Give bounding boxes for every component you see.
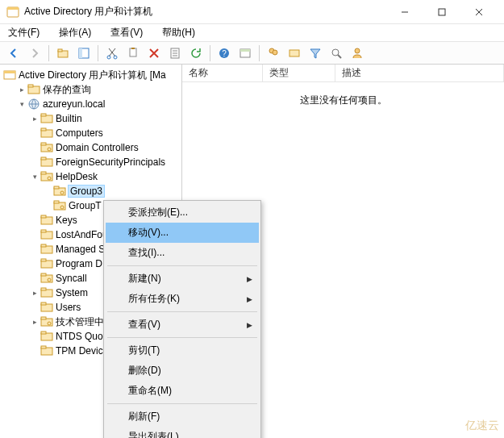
up-button[interactable] [54,44,72,62]
folder-icon [40,156,53,169]
tree-item[interactable]: ▾azureyun.local [2,97,180,111]
tree-root[interactable]: Active Directory 用户和计算机 [Ma [2,68,180,82]
tree-item[interactable]: ▸Builtin [2,111,180,126]
toolbar-separator [48,45,49,61]
context-menu-item-label: 刷新(F) [128,410,160,423]
tree-item[interactable]: ▸保存的查询 [2,82,180,97]
toolbar-separator [259,45,260,61]
context-menu-item[interactable]: 所有任务(K)▶ [106,289,259,309]
close-button[interactable] [460,0,498,24]
context-menu-item[interactable]: 查找(I)... [106,243,259,263]
twisty-icon[interactable]: ▸ [29,287,40,298]
twisty-icon[interactable]: ▸ [29,316,40,327]
tree-item-label: Program D [56,258,102,269]
menu-action[interactable]: 操作(A) [56,24,94,41]
tree-root-label: Active Directory 用户和计算机 [Ma [19,69,166,82]
context-menu-item[interactable]: 委派控制(E)... [106,202,259,223]
add-user-icon[interactable] [348,44,366,62]
tree-item-label: 技术管理中 [56,315,104,329]
context-menu-item[interactable]: 刷新(F) [106,407,259,427]
column-desc[interactable]: 描述 [335,65,504,81]
twisty-icon[interactable]: ▸ [16,84,27,95]
watermark: 亿速云 [465,419,499,433]
svg-rect-63 [41,288,46,290]
cut-button[interactable] [103,44,121,62]
app-icon [6,6,19,19]
context-menu-item-label: 委派控制(E)... [128,206,188,219]
folder-icon [40,257,53,270]
context-menu-item[interactable]: 导出列表(L)... [106,427,259,438]
context-menu-item[interactable]: 查看(V)▶ [106,315,259,335]
context-menu-item[interactable]: 删除(D) [106,361,259,381]
tree-item[interactable]: ▾HelpDesk [2,169,180,184]
folder-icon [40,228,53,241]
tree-item-label: Builtin [56,113,82,124]
properties-button[interactable] [166,44,184,62]
context-menu-separator [107,265,257,266]
back-button[interactable] [5,44,23,62]
twisty-icon [42,200,53,211]
svg-rect-52 [41,215,46,218]
svg-rect-72 [41,346,46,348]
forward-button[interactable] [26,44,44,62]
column-type[interactable]: 类型 [263,65,335,81]
minimize-button[interactable] [386,0,423,24]
context-menu-item[interactable]: 移动(V)... [106,223,259,243]
tree-item-label: ForeignSecurityPrincipals [56,156,165,168]
menu-file[interactable]: 文件(F) [5,24,43,41]
twisty-icon[interactable]: ▸ [29,113,40,124]
refresh-button[interactable] [187,44,205,62]
context-menu-separator [107,337,257,338]
svg-rect-58 [41,259,46,261]
filter-button[interactable] [306,44,324,62]
tree-item[interactable]: ForeignSecurityPrincipals [2,155,180,169]
folder-icon [40,301,53,314]
twisty-icon [29,331,40,342]
tree-item[interactable]: Computers [2,126,180,140]
ou-icon [40,170,53,183]
tree-item-label: Syncall [56,273,87,284]
menu-help[interactable]: 帮助(H) [159,24,198,41]
search-button[interactable] [327,44,345,62]
context-menu-item-label: 移动(V)... [128,226,169,240]
tree-item-label: Group3 [69,186,104,197]
svg-rect-34 [41,114,46,116]
find-objects-icon[interactable] [285,44,303,62]
column-name[interactable]: 名称 [182,65,263,81]
context-menu-item-label: 新建(N) [128,272,161,286]
context-menu-item[interactable]: 重命名(M) [106,381,259,401]
tree-item-label: Users [56,302,81,313]
maximize-button[interactable] [423,0,460,24]
tree-item-label: Computers [56,127,103,139]
svg-rect-70 [41,332,46,334]
tree-item[interactable]: Group3 [2,184,180,198]
twisty-icon [29,156,40,168]
context-menu-item-label: 删除(D) [128,364,161,378]
help-button[interactable]: ? [215,44,233,62]
delete-button[interactable] [145,44,163,62]
context-menu-item-label: 查找(I)... [128,246,165,260]
menu-view[interactable]: 查看(V) [107,24,146,41]
svg-rect-65 [41,302,46,305]
twisty-icon [42,186,53,197]
twisty-icon[interactable]: ▾ [29,171,40,182]
ou-icon [40,141,53,154]
find-users-icon[interactable] [264,44,282,62]
twisty-icon[interactable]: ▾ [16,98,27,110]
tree-item-label: GroupT [69,200,102,211]
svg-rect-67 [41,317,46,319]
svg-rect-31 [28,85,33,87]
twisty-icon [29,258,40,269]
tree-item-label: Keys [56,215,77,226]
submenu-arrow-icon: ▶ [247,321,252,329]
export-button[interactable] [236,44,254,62]
show-hide-tree-button[interactable] [75,44,93,62]
tree-item[interactable]: Domain Controllers [2,140,180,155]
tree-item-label: azureyun.local [43,98,105,110]
context-menu-item[interactable]: 剪切(T) [106,340,259,361]
context-menu-item[interactable]: 新建(N)▶ [106,269,259,289]
svg-point-23 [273,50,277,55]
svg-rect-3 [439,9,445,15]
copy-button[interactable] [124,44,142,62]
domain-icon [27,98,40,111]
